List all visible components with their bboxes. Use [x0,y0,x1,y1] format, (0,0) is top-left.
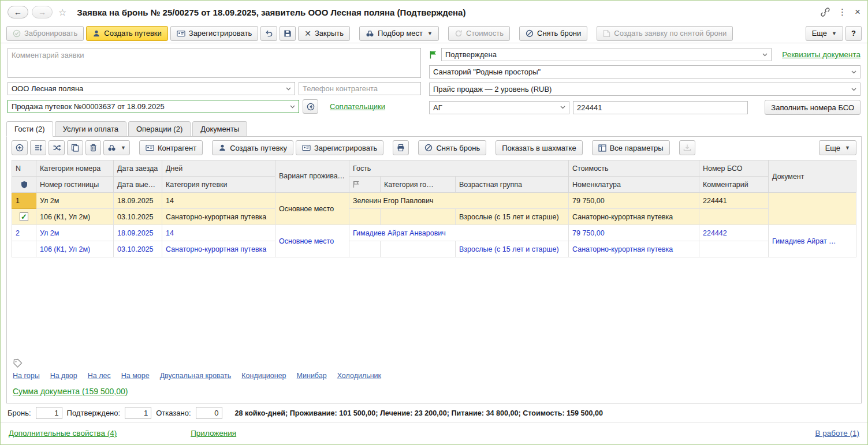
col-comment: Комментарий [699,177,769,193]
window-menu-icon[interactable]: ⋮ [838,7,847,17]
sales-doc-field[interactable] [8,100,299,113]
chooser-icon[interactable] [848,66,859,78]
col-age-group: Возрастная группа [456,177,569,193]
create-vouchers-button[interactable]: Создать путевки [86,26,167,41]
col-departure: Дата выезда [114,177,162,193]
status-flag-icon [429,50,438,59]
register-row-button[interactable]: Зарегистрировать [296,140,383,155]
tab-guests[interactable]: Гости (2) [6,121,53,137]
shield-icon [21,181,28,189]
shuffle-button[interactable] [49,140,65,155]
back-button[interactable]: ← [8,6,28,18]
favorite-star-icon[interactable]: ☆ [58,7,66,18]
remove-booking-button[interactable]: Снять бронь [418,140,486,155]
help-button[interactable]: ? [845,26,862,41]
tab-services[interactable]: Услуги и оплата [55,121,126,137]
bso-series-input[interactable] [433,103,557,112]
contractor-input[interactable] [12,84,283,93]
cost-button[interactable]: Стоимость [448,26,510,41]
table-row[interactable]: 1 Ул 2м 18.09.2025 14 Основное место Зел… [12,193,856,209]
sales-doc-input[interactable] [12,102,287,111]
close-window-icon[interactable]: × [855,6,860,18]
tags-block: На горы На двор На лес На море Двуспальн… [7,356,861,382]
chooser-icon[interactable] [848,83,859,95]
header-row-1: N Категория номера Дата заезда Дней Вари… [12,160,856,177]
shuffle-icon [53,144,61,152]
attachments-link[interactable]: Приложения [191,429,236,437]
tab-operations[interactable]: Операции (2) [128,121,191,137]
additional-props-link[interactable]: Дополнительные свойства (4) [9,429,117,437]
status-field[interactable] [441,48,772,61]
all-params-button[interactable]: Все параметры [592,140,670,155]
comment-input[interactable] [8,48,421,78]
export-button[interactable] [679,140,695,155]
reorder-button[interactable] [30,140,46,155]
phone-input[interactable] [303,84,419,93]
confirmed-count-input[interactable] [125,407,151,419]
undo-button[interactable] [260,26,277,41]
doc-requisites-link[interactable]: Реквизиты документа [782,50,860,59]
booked-count-input[interactable] [36,407,62,419]
delete-row-button[interactable] [85,140,101,155]
chooser-icon[interactable] [283,83,293,95]
close-form-button[interactable]: ✕ Закрыть [298,26,350,41]
in-progress-link[interactable]: В работе (1) [815,429,859,437]
copayers-link[interactable]: Соплательщики [330,102,385,111]
tag-link[interactable]: На двор [50,372,77,380]
tag-link[interactable]: На лес [88,372,111,380]
col-flag [349,177,381,193]
declined-count-input[interactable] [196,407,222,419]
chooser-icon[interactable] [759,48,770,61]
undo-icon [265,29,273,38]
forward-button[interactable]: → [32,6,53,18]
sanatorium-input[interactable] [433,68,848,76]
save-button[interactable] [280,26,296,41]
row-checkbox[interactable]: ✓ [20,212,28,221]
create-from-removed-button[interactable]: Создать заявку по снятой брони [597,26,733,41]
remove-bookings-button[interactable]: Снять брони [519,26,587,41]
fill-bso-button[interactable]: Заполнить номера БСО [765,100,860,115]
table-row[interactable]: 2 Ул 2м 18.09.2025 14 Основное место Гим… [12,225,856,241]
status-input[interactable] [445,50,759,59]
chooser-icon[interactable] [557,102,568,114]
contractor-button[interactable]: Контрагент [139,140,203,155]
arrow-left-circle-icon [307,103,315,111]
cancel-icon [526,29,534,38]
get-link-icon[interactable] [821,8,830,17]
person-icon [218,144,226,152]
tag-link[interactable]: Холодильник [337,372,381,380]
create-voucher-button[interactable]: Создать путевку [212,140,293,155]
price-type-field[interactable] [429,83,860,96]
register-button[interactable]: Зарегистрировать [170,26,258,41]
sanatorium-field[interactable] [429,65,860,78]
add-row-button[interactable] [12,140,28,155]
grid-more-button[interactable]: Еще ▼ [819,140,856,155]
tag-link[interactable]: Минибар [297,372,327,380]
book-button[interactable]: Забронировать [6,26,84,41]
tag-link[interactable]: На горы [13,372,40,380]
price-type-input[interactable] [433,85,848,94]
search-button[interactable]: ▼ [103,140,130,155]
chooser-icon[interactable] [287,100,297,113]
go-to-doc-button[interactable] [303,99,318,114]
bso-number-field[interactable] [573,101,748,114]
phone-field[interactable] [299,82,421,95]
more-button[interactable]: Еще ▼ [806,26,843,41]
select-places-button[interactable]: Подбор мест ▼ [359,26,439,41]
print-card-button[interactable] [393,140,409,155]
bso-series-field[interactable] [429,101,569,114]
contractor-field[interactable] [8,82,295,95]
col-arrival: Дата заезда [114,160,162,177]
table-row[interactable]: 106 (К1, Ул 2м) 03.10.2025 Санаторно-кур… [12,241,856,257]
tag-link[interactable]: На море [121,372,150,380]
tag-link[interactable]: Кондиционер [241,372,286,380]
document-total-link[interactable]: Сумма документа (159 500,00) [13,387,128,396]
bso-number-input[interactable] [577,103,746,112]
table-row[interactable]: ✓ 106 (К1, Ул 2м) 03.10.2025 Санаторно-к… [12,209,856,225]
reorder-icon [34,144,42,152]
tab-documents[interactable]: Документы [192,121,247,137]
copy-row-button[interactable] [67,140,83,155]
chevron-down-icon: ▼ [427,31,433,36]
show-chess-button[interactable]: Показать в шахматке [496,140,582,155]
tag-link[interactable]: Двуспальная кровать [160,372,232,380]
